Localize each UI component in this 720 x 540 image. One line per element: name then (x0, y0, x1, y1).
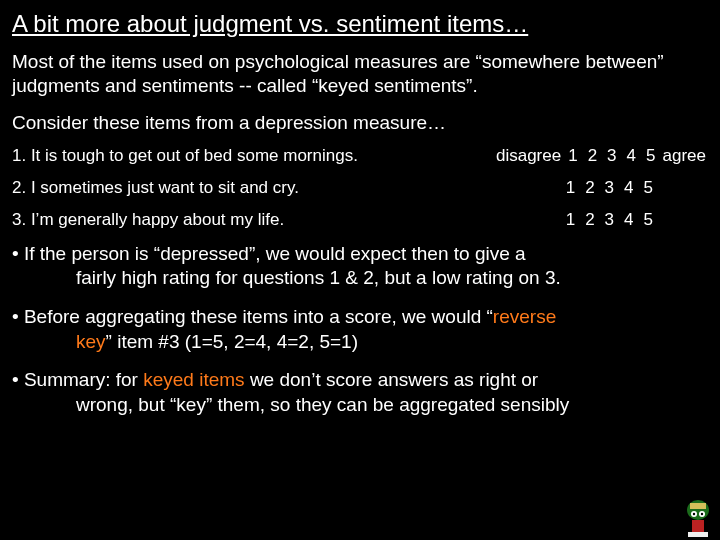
item-2-text: 2. I sometimes just want to sit and cry. (12, 178, 299, 198)
slide: A bit more about judgment vs. sentiment … (0, 0, 720, 540)
svg-rect-1 (690, 503, 706, 509)
item-3-text: 3. I’m generally happy about my life. (12, 210, 284, 230)
item-1-text: 1. It is tough to get out of bed some mo… (12, 146, 358, 166)
intro-paragraph: Most of the items used on psychological … (12, 50, 708, 98)
scale-low-label: disagree (496, 146, 561, 165)
scale-2: 2 (588, 146, 597, 165)
bullet-3-line1: • Summary: for keyed items we don’t scor… (12, 368, 708, 393)
scale-1: 1 (566, 178, 575, 197)
scale-1: 1 (568, 146, 577, 165)
bullet-3: • Summary: for keyed items we don’t scor… (12, 368, 708, 417)
svg-point-4 (693, 513, 695, 515)
scale-5: 5 (644, 178, 653, 197)
scale-5: 5 (644, 210, 653, 229)
bullet-1-line2: fairly high rating for questions 1 & 2, … (12, 266, 708, 291)
svg-point-5 (701, 513, 703, 515)
subheading: Consider these items from a depression m… (12, 112, 708, 134)
bullet-1-line1: • If the person is “depressed”, we would… (12, 242, 708, 267)
bullet-2-line1: • Before aggregating these items into a … (12, 305, 708, 330)
slide-title: A bit more about judgment vs. sentiment … (12, 10, 708, 38)
item-row-1: 1. It is tough to get out of bed some mo… (12, 146, 708, 166)
item-row-2: 2. I sometimes just want to sit and cry.… (12, 178, 708, 198)
scale-1: 1 (566, 210, 575, 229)
highlight-reverse: reverse (493, 306, 556, 327)
bullet-3-line2: wrong, but “key” them, so they can be ag… (12, 393, 708, 418)
scale-3: 3 (605, 178, 614, 197)
svg-rect-7 (688, 532, 708, 537)
scale-5: 5 (646, 146, 655, 165)
scale-2: 2 (585, 178, 594, 197)
scale-3: 3 (605, 210, 614, 229)
bullet-2: • Before aggregating these items into a … (12, 305, 708, 354)
item-row-3: 3. I’m generally happy about my life. 12… (12, 210, 708, 230)
svg-rect-6 (692, 520, 704, 532)
bullet-2-line2: key” item #3 (1=5, 2=4, 4=2, 5=1) (12, 330, 708, 355)
item-1-scale: disagree12345agree (494, 146, 708, 166)
scale-4: 4 (624, 178, 633, 197)
scale-4: 4 (624, 210, 633, 229)
highlight-key: key (76, 331, 106, 352)
scale-4: 4 (627, 146, 636, 165)
cartoon-icon (680, 496, 716, 538)
bullet-1: • If the person is “depressed”, we would… (12, 242, 708, 291)
scale-3: 3 (607, 146, 616, 165)
scale-2: 2 (585, 210, 594, 229)
item-3-scale: 12345 (561, 210, 708, 230)
scale-high-label: agree (663, 146, 706, 165)
highlight-keyed-items: keyed items (143, 369, 244, 390)
item-2-scale: 12345 (561, 178, 708, 198)
